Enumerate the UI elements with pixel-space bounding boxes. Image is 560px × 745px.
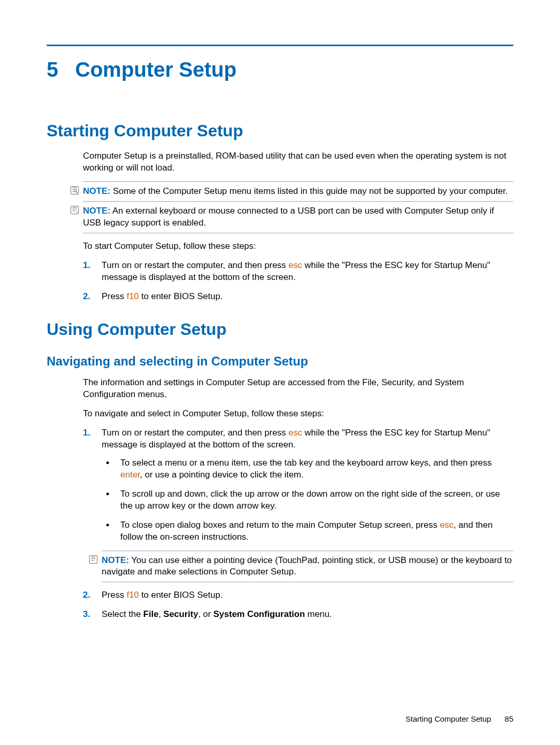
step-b3: Select the File, Security, or System Con…: [83, 609, 513, 621]
note-icon: [69, 205, 80, 215]
bullet-list: To select a menu or a menu item, use the…: [102, 457, 513, 543]
step-a2: Press f10 to enter BIOS Setup.: [83, 291, 513, 303]
nav-paragraph-2: To navigate and select in Computer Setup…: [83, 408, 513, 420]
step-text: Press: [102, 590, 127, 600]
bullet-1: To select a menu or a menu item, use the…: [102, 457, 513, 481]
step-b2: Press f10 to enter BIOS Setup.: [83, 589, 513, 601]
step-text: to enter BIOS Setup.: [139, 291, 223, 301]
key-esc: esc: [288, 260, 302, 270]
heading-using: Using Computer Setup: [47, 318, 513, 341]
step-text: menu.: [305, 609, 332, 619]
note-label: NOTE:: [83, 186, 110, 196]
steps-list-b: Turn on or restart the computer, and the…: [83, 427, 513, 621]
chapter-title: 5Computer Setup: [47, 55, 513, 83]
page-number: 85: [505, 714, 513, 723]
note-icon: [69, 185, 80, 195]
key-f10: f10: [127, 590, 139, 600]
note-icon: [88, 554, 99, 565]
note-text-1: Some of the Computer Setup menu items li…: [113, 186, 508, 196]
footer-section: Starting Computer Setup: [405, 714, 491, 723]
key-esc: esc: [288, 428, 302, 438]
note-label: NOTE:: [102, 555, 129, 565]
bullet-text: To close open dialog boxes and return to…: [120, 520, 440, 530]
heading-starting: Starting Computer Setup: [47, 120, 513, 142]
note-block-2: NOTE: An external keyboard or mouse conn…: [83, 202, 513, 233]
start-instructions: To start Computer Setup, follow these st…: [83, 241, 513, 252]
top-rule: [47, 45, 513, 46]
step-a1: Turn on or restart the computer, and the…: [83, 260, 513, 284]
menu-system-config: System Configuration: [213, 609, 305, 619]
bullet-text: To select a menu or a menu item, use the…: [120, 458, 492, 468]
steps-list-a: Turn on or restart the computer, and the…: [83, 260, 513, 303]
note-label: NOTE:: [83, 206, 110, 216]
nav-paragraph-1: The information and settings in Computer…: [83, 377, 513, 401]
chapter-number: 5: [47, 55, 75, 83]
chapter-title-text: Computer Setup: [75, 58, 236, 81]
page-footer: Starting Computer Setup 85: [405, 714, 513, 724]
menu-security: Security: [163, 609, 198, 619]
step-b1: Turn on or restart the computer, and the…: [83, 427, 513, 582]
step-text: Turn on or restart the computer, and the…: [102, 260, 288, 270]
key-enter: enter: [120, 470, 140, 480]
intro-paragraph: Computer Setup is a preinstalled, ROM-ba…: [83, 150, 513, 174]
bullet-2: To scroll up and down, click the up arro…: [102, 488, 513, 512]
step-text: to enter BIOS Setup.: [139, 590, 223, 600]
heading-navigating: Navigating and selecting in Computer Set…: [47, 353, 513, 370]
step-text: Turn on or restart the computer, and the…: [102, 428, 288, 438]
menu-file: File: [143, 609, 158, 619]
key-esc: esc: [440, 520, 453, 530]
note-text-3: You can use either a pointing device (To…: [102, 555, 512, 577]
bullet-3: To close open dialog boxes and return to…: [102, 519, 513, 543]
bullet-text: , or use a pointing device to click the …: [140, 470, 304, 480]
note-block-3: NOTE: You can use either a pointing devi…: [102, 551, 513, 583]
step-text: , or: [198, 609, 213, 619]
step-text: Select the: [102, 609, 143, 619]
key-f10: f10: [127, 291, 139, 301]
note-text-2: An external keyboard or mouse connected …: [83, 206, 494, 228]
step-text: ,: [159, 609, 163, 619]
step-text: Press: [102, 291, 127, 301]
note-block-1: NOTE: Some of the Computer Setup menu it…: [83, 181, 513, 202]
